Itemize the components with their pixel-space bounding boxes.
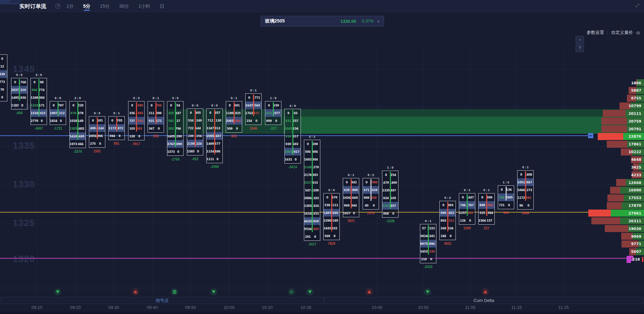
ask-cell: 0 xyxy=(273,117,280,125)
signal-marker-tri-up[interactable] xyxy=(365,288,373,296)
bid-cell: 1347 xyxy=(207,124,214,132)
bid-cell: 909 xyxy=(265,117,273,125)
imbalance-header: 4 : 0 xyxy=(282,104,304,107)
signal-marker-tri-down[interactable] xyxy=(424,288,432,296)
bid-cell: 654 xyxy=(265,109,273,117)
footprint-row: 15850 xyxy=(187,147,203,155)
delta-direction-line xyxy=(390,172,391,209)
time-axis-label: 09:50 xyxy=(185,305,196,310)
cum-delta-panel-header[interactable]: Cum Delta xyxy=(324,297,643,304)
bid-cell: 5534 xyxy=(304,225,312,233)
imbalance-header: 3 : 0 xyxy=(164,96,186,100)
instrument-selector[interactable]: 玻璃2505 1330.00 -0.37% ∨ xyxy=(261,16,384,27)
bid-cell: 1807 xyxy=(50,109,57,117)
imbalance-header: 0 : 1 xyxy=(476,188,497,192)
profile-tick xyxy=(642,257,643,262)
price-gridline xyxy=(0,259,644,260)
ask-cell: 466 xyxy=(77,140,85,148)
ask-cell: 0 xyxy=(505,201,513,209)
delta-direction-line xyxy=(525,171,526,201)
bar-delta: -327 xyxy=(261,127,285,130)
panel-help-button[interactable]: ? xyxy=(576,44,584,52)
ask-cell: 0 xyxy=(116,132,123,140)
signal-panel-label: 信号点 xyxy=(156,298,169,304)
bid-cell: 4632 xyxy=(304,217,312,225)
signal-marker-check[interactable]: ✓ xyxy=(287,288,296,296)
bar-delta: -1721 xyxy=(46,127,70,130)
bid-cell: 671 xyxy=(363,186,370,194)
bid-cell: 1051 xyxy=(518,178,525,186)
tri-down-glyph xyxy=(308,290,312,293)
bid-cell: 1585 xyxy=(187,147,195,155)
bid-cell: 1510 xyxy=(31,109,38,117)
buy-volume-segment xyxy=(642,171,644,178)
bid-cell: 999 xyxy=(363,194,370,201)
sell-volume-segment xyxy=(605,225,628,232)
profile-value: 5887 xyxy=(631,88,641,93)
tab-1小时[interactable]: 1小时 xyxy=(139,0,151,12)
gear-icon[interactable]: ⊙ xyxy=(636,30,640,35)
chevron-down-icon[interactable]: ∨ xyxy=(377,19,380,24)
delta-direction-line xyxy=(116,117,117,131)
profile-value: 16090 xyxy=(629,188,641,192)
expand-icon[interactable]: ⤢ xyxy=(636,3,639,8)
ask-cell: 0 xyxy=(57,117,65,125)
signal-marker-tri-down[interactable] xyxy=(54,288,62,296)
help-icon[interactable]: ? xyxy=(55,3,61,9)
bid-cell: 547 xyxy=(304,186,312,194)
bid-cell: 1257 xyxy=(459,209,467,217)
price-axis-label: 1320 xyxy=(13,254,35,264)
tab-1分[interactable]: 1分 xyxy=(66,0,74,12)
signal-marker-layers[interactable] xyxy=(170,288,178,296)
footprint-row: 1860 xyxy=(440,232,455,240)
tab-30分[interactable]: 30分 xyxy=(119,0,129,12)
bid-cell: 0 xyxy=(459,193,467,201)
footprint-row: 3670 xyxy=(148,125,164,132)
settings-button[interactable]: 参数设置 xyxy=(587,30,604,36)
volume-profile-row: 20791 xyxy=(601,125,644,132)
bid-cell: 0 xyxy=(11,78,19,86)
top-bar: 实时订单流 ? 1分5分15分30分1小时日 ⤢ xyxy=(0,0,644,12)
time-axis-label: 09:40 xyxy=(147,305,158,310)
bid-cell: 0 xyxy=(187,109,195,117)
bid-cell: 1335 xyxy=(382,186,390,194)
bid-cell: 1605 xyxy=(167,132,175,140)
profile-value: 17553 xyxy=(629,196,641,200)
signal-marker-tri-up[interactable] xyxy=(131,288,140,296)
signal-marker-tri-up[interactable] xyxy=(481,288,489,296)
imbalance-header: 0 : 0 xyxy=(47,96,69,100)
ask-cell: 0 xyxy=(136,132,143,140)
signal-panel-header[interactable]: 信号点 xyxy=(1,297,324,304)
collapse-panel-button[interactable]: › xyxy=(576,36,584,44)
imbalance-header: 1 : 0 xyxy=(495,180,517,184)
sell-volume-segment xyxy=(591,217,620,224)
imbalance-header: 0 : 1 xyxy=(456,188,478,192)
bid-cell: 1824 xyxy=(50,117,57,125)
bid-cell: 0 xyxy=(265,101,273,109)
profile-value: 19030 xyxy=(629,226,641,231)
volume-profile-row: 17870 xyxy=(607,202,644,209)
footprint-box: 01580356158575715031036031200 xyxy=(128,101,145,140)
signal-marker-tri-down[interactable] xyxy=(210,288,218,296)
volume-profile-row: 6755 xyxy=(627,95,644,102)
bid-cell: 1234 xyxy=(31,101,38,109)
bid-cell: 0 xyxy=(128,101,136,109)
delta-direction-line xyxy=(19,79,20,101)
bid-cell: 40 xyxy=(363,201,370,209)
profile-value: 218 xyxy=(632,257,640,262)
sell-volume-segment xyxy=(601,118,627,125)
logo-stripe2 xyxy=(9,0,21,3)
tab-15分[interactable]: 15分 xyxy=(100,0,110,12)
tab-日[interactable]: 日 xyxy=(160,0,165,12)
delta-direction-line xyxy=(331,194,332,231)
signal-marker-tri-down[interactable] xyxy=(306,288,314,296)
price-axis-label: 1330 xyxy=(13,179,35,190)
footprint-box: 0209506806160230421461279217839335279155… xyxy=(304,140,320,241)
custom-volume-price-button[interactable]: 自定义量价 xyxy=(611,30,633,36)
tab-5分[interactable]: 5分 xyxy=(83,0,91,12)
bid-cell: 2099 xyxy=(207,132,214,140)
sell-volume-segment xyxy=(601,125,627,132)
bid-cell: 126 xyxy=(459,217,467,224)
bar-delta: 2476 xyxy=(359,211,383,215)
bid-cell: 2083 xyxy=(226,117,233,125)
